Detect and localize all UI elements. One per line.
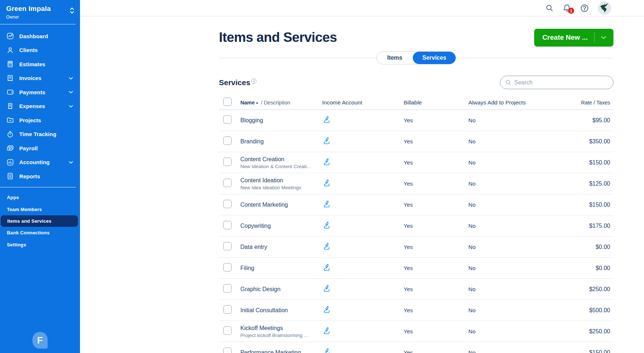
service-name-cell[interactable]: Content Ideation New Idea Ideation Meeti… (236, 177, 317, 190)
freshbooks-logo-icon: F (32, 332, 48, 349)
service-name[interactable]: Copywriting (240, 223, 317, 229)
row-checkbox[interactable] (223, 284, 232, 293)
sidebar-item-projects[interactable]: Projects (0, 113, 80, 127)
business-switcher-chevrons-icon[interactable] (69, 7, 75, 16)
service-name[interactable]: Blogging (240, 117, 317, 124)
rate-value: $0.00 (551, 265, 613, 271)
rate-value: $95.00 (551, 117, 613, 124)
sidebar-item-payments[interactable]: Payments (0, 85, 80, 99)
user-avatar[interactable] (598, 1, 611, 15)
row-checkbox[interactable] (223, 115, 232, 124)
income-account-icon[interactable] (323, 267, 332, 273)
income-account-icon[interactable] (323, 140, 332, 146)
help-icon[interactable] (580, 4, 589, 13)
service-name[interactable]: Filing (240, 265, 317, 271)
service-name-cell[interactable]: Blogging (236, 117, 317, 124)
column-header-always-add: Always Add to Projects (464, 99, 551, 106)
tab-items[interactable]: Items (377, 52, 413, 64)
service-name-cell[interactable]: Branding (236, 138, 317, 145)
chevron-down-icon[interactable] (68, 75, 74, 82)
tab-services[interactable]: Services (413, 52, 456, 64)
sidebar-divider (0, 187, 76, 187)
income-account-icon[interactable] (323, 119, 332, 125)
row-checkbox[interactable] (223, 263, 232, 271)
business-switcher[interactable]: Green Impala Owner (0, 0, 80, 24)
income-account-icon[interactable] (323, 330, 332, 336)
service-name[interactable]: Data entry (240, 244, 317, 250)
create-new-button[interactable]: Create New ... (534, 29, 613, 47)
sidebar-item-settings[interactable]: Settings (1, 239, 78, 251)
chevron-down-icon[interactable] (68, 89, 74, 95)
sidebar-item-reports[interactable]: Reports (0, 169, 80, 183)
income-account-icon[interactable] (323, 182, 332, 189)
service-name-cell[interactable]: Copywriting (236, 223, 317, 229)
row-checkbox[interactable] (223, 326, 232, 335)
sidebar-item-bank-connections[interactable]: Bank Connections (1, 227, 78, 239)
service-name-cell[interactable]: Kickoff Meetings Project kickoff Brainst… (236, 325, 317, 338)
row-checkbox[interactable] (223, 179, 232, 187)
service-name-cell[interactable]: Initial Consultation (236, 307, 317, 314)
row-checkbox[interactable] (223, 200, 232, 208)
row-checkbox[interactable] (223, 348, 232, 353)
always-add-value: No (464, 349, 551, 353)
sidebar-item-invoices[interactable]: Invoices (0, 71, 80, 86)
billable-value: Yes (399, 349, 464, 353)
service-name-cell[interactable]: Content Marketing (236, 202, 317, 208)
service-name[interactable]: Content Ideation (240, 177, 317, 184)
payments-icon (6, 88, 14, 96)
service-name-cell[interactable]: Content Creation New Ideation & Content … (236, 156, 317, 169)
service-name[interactable]: Branding (240, 138, 317, 145)
sidebar-item-accounting[interactable]: Accounting (0, 155, 80, 170)
sidebar-item-dashboard[interactable]: Dashboard (0, 29, 80, 43)
sidebar-item-team-members[interactable]: Team Members (1, 203, 78, 215)
sidebar-item-payroll[interactable]: Payroll (0, 141, 80, 155)
row-checkbox[interactable] (223, 305, 232, 314)
expenses-icon (6, 102, 14, 110)
always-add-value: No (464, 117, 551, 124)
tabs-row: ItemsServices (219, 51, 613, 64)
always-add-value: No (464, 223, 551, 229)
table-row: Branding Yes No $350.00 (219, 131, 613, 152)
column-header-name[interactable]: Name▲ / Description (236, 100, 317, 106)
income-account-icon[interactable] (323, 203, 332, 210)
service-name[interactable]: Content Creation (240, 156, 317, 163)
search-input[interactable] (500, 76, 613, 89)
service-name[interactable]: Performance Marketing (240, 349, 317, 353)
sidebar-item-items-and-services[interactable]: Items and Services (1, 215, 78, 227)
column-header-income-account: Income Account (317, 99, 399, 106)
row-checkbox[interactable] (223, 158, 232, 166)
select-all-checkbox[interactable] (223, 98, 232, 106)
service-name-cell[interactable]: Data entry (236, 244, 317, 250)
search-icon[interactable] (545, 4, 554, 12)
sidebar-item-clients[interactable]: Clients (0, 43, 80, 57)
service-name[interactable]: Initial Consultation (240, 307, 317, 314)
column-header-billable: Billable (399, 99, 464, 106)
service-name-cell[interactable]: Graphic Design (236, 286, 317, 293)
chevron-down-icon[interactable] (600, 33, 613, 41)
notifications-bell-icon[interactable]: 1 (563, 4, 571, 12)
row-checkbox[interactable] (223, 221, 232, 229)
page-title: Items and Services (219, 30, 337, 45)
rate-value: $125.00 (551, 181, 613, 187)
service-name[interactable]: Kickoff Meetings (240, 325, 317, 332)
sidebar-item-estimates[interactable]: Estimates (0, 57, 80, 71)
sidebar-item-time-tracking[interactable]: Time Tracking (0, 127, 80, 142)
chevron-down-icon[interactable] (68, 159, 74, 166)
income-account-icon[interactable] (323, 309, 332, 315)
chevron-down-icon[interactable] (68, 103, 74, 110)
sidebar-item-apps[interactable]: Apps (1, 191, 78, 203)
service-name[interactable]: Graphic Design (240, 286, 317, 293)
row-checkbox[interactable] (223, 136, 232, 145)
income-account-icon[interactable] (323, 288, 332, 294)
income-account-icon[interactable] (323, 225, 332, 231)
income-account-icon[interactable] (323, 161, 332, 167)
info-icon[interactable]: i (251, 79, 256, 84)
service-name-cell[interactable]: Filing (236, 265, 317, 271)
row-checkbox[interactable] (223, 242, 232, 250)
income-account-icon[interactable] (323, 246, 332, 252)
service-name-cell[interactable]: Performance Marketing (236, 349, 317, 353)
sidebar-item-expenses[interactable]: Expenses (0, 99, 80, 114)
business-role: Owner (6, 15, 51, 20)
income-account-icon[interactable] (323, 351, 332, 353)
service-name[interactable]: Content Marketing (240, 202, 317, 208)
